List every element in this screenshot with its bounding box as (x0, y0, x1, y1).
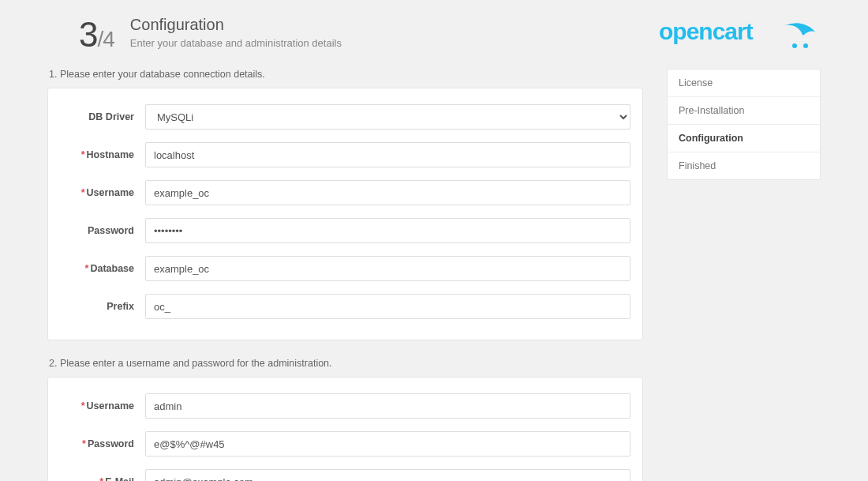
svg-text:opencart: opencart (659, 18, 754, 44)
required-marker: * (99, 476, 103, 481)
prefix-input[interactable] (145, 294, 630, 319)
database-input[interactable] (145, 256, 630, 281)
section1-title: 1. Please enter your database connection… (49, 69, 643, 80)
db-password-input[interactable] (145, 218, 630, 243)
admin-email-input[interactable] (145, 469, 630, 481)
admin-password-input[interactable] (145, 431, 630, 457)
sidebar-item-finished[interactable]: Finished (668, 152, 820, 179)
db-username-input[interactable] (145, 180, 630, 205)
required-marker: * (82, 438, 86, 449)
admin-email-label: E-Mail (105, 476, 134, 481)
required-marker: * (81, 187, 85, 198)
admin-username-input[interactable] (145, 393, 630, 419)
required-marker: * (85, 263, 89, 274)
svg-point-1 (792, 43, 797, 48)
step-current: 3 (79, 15, 97, 54)
hostname-label: Hostname (87, 149, 134, 160)
page-header: 3/4 Configuration Enter your database an… (79, 16, 821, 53)
admin-username-label: Username (87, 400, 134, 411)
db-driver-select[interactable]: MySQLi (145, 104, 630, 130)
admin-panel: *Username *Password *E-Mail (47, 377, 643, 481)
db-password-label: Password (60, 225, 145, 236)
prefix-label: Prefix (60, 301, 145, 312)
page-subtitle: Enter your database and administration d… (130, 37, 342, 49)
sidebar-item-preinstallation[interactable]: Pre-Installation (668, 97, 820, 125)
hostname-input[interactable] (145, 142, 630, 167)
required-marker: * (81, 149, 85, 160)
db-username-label: Username (87, 187, 134, 198)
opencart-logo: opencart (659, 16, 821, 53)
sidebar-item-license[interactable]: License (668, 70, 820, 97)
steps-sidebar: License Pre-Installation Configuration F… (667, 69, 821, 180)
page-title: Configuration (130, 16, 342, 34)
required-marker: * (81, 400, 85, 411)
svg-point-2 (803, 43, 808, 48)
database-label: Database (90, 263, 134, 274)
step-text: Configuration Enter your database and ad… (130, 16, 342, 49)
admin-password-label: Password (88, 438, 134, 449)
database-panel: DB Driver MySQLi *Hostname *Username (47, 88, 643, 340)
step-indicator: 3/4 (79, 17, 114, 52)
step-total: /4 (97, 27, 114, 51)
section2-title: 2. Please enter a username and password … (49, 358, 643, 369)
sidebar-item-configuration[interactable]: Configuration (668, 125, 820, 152)
db-driver-label: DB Driver (60, 111, 145, 122)
